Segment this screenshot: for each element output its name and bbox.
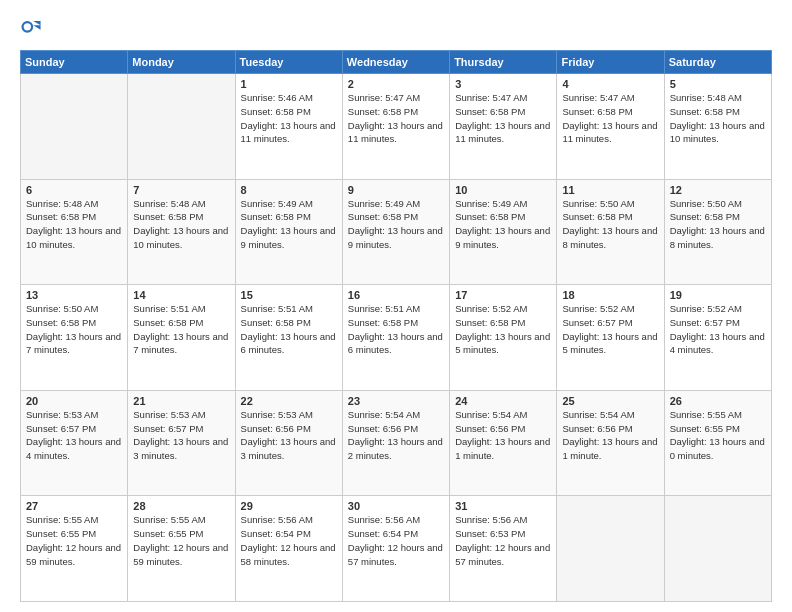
cell-info: Sunrise: 5:56 AMSunset: 6:54 PMDaylight:… <box>241 513 337 568</box>
cell-info: Sunrise: 5:46 AMSunset: 6:58 PMDaylight:… <box>241 91 337 146</box>
day-number: 22 <box>241 395 337 407</box>
page: SundayMondayTuesdayWednesdayThursdayFrid… <box>0 0 792 612</box>
day-header-wednesday: Wednesday <box>342 51 449 74</box>
day-number: 8 <box>241 184 337 196</box>
svg-point-1 <box>24 23 31 30</box>
calendar-cell: 26Sunrise: 5:55 AMSunset: 6:55 PMDayligh… <box>664 390 771 496</box>
day-number: 1 <box>241 78 337 90</box>
calendar-cell: 6Sunrise: 5:48 AMSunset: 6:58 PMDaylight… <box>21 179 128 285</box>
calendar-cell: 1Sunrise: 5:46 AMSunset: 6:58 PMDaylight… <box>235 74 342 180</box>
cell-info: Sunrise: 5:48 AMSunset: 6:58 PMDaylight:… <box>670 91 766 146</box>
cell-info: Sunrise: 5:50 AMSunset: 6:58 PMDaylight:… <box>26 302 122 357</box>
logo-icon <box>20 18 42 40</box>
day-number: 14 <box>133 289 229 301</box>
calendar-cell: 8Sunrise: 5:49 AMSunset: 6:58 PMDaylight… <box>235 179 342 285</box>
day-header-friday: Friday <box>557 51 664 74</box>
calendar: SundayMondayTuesdayWednesdayThursdayFrid… <box>20 50 772 602</box>
day-number: 16 <box>348 289 444 301</box>
week-row-4: 20Sunrise: 5:53 AMSunset: 6:57 PMDayligh… <box>21 390 772 496</box>
cell-info: Sunrise: 5:47 AMSunset: 6:58 PMDaylight:… <box>348 91 444 146</box>
calendar-cell: 12Sunrise: 5:50 AMSunset: 6:58 PMDayligh… <box>664 179 771 285</box>
day-number: 17 <box>455 289 551 301</box>
day-number: 3 <box>455 78 551 90</box>
calendar-cell: 27Sunrise: 5:55 AMSunset: 6:55 PMDayligh… <box>21 496 128 602</box>
day-number: 27 <box>26 500 122 512</box>
cell-info: Sunrise: 5:49 AMSunset: 6:58 PMDaylight:… <box>455 197 551 252</box>
calendar-cell: 9Sunrise: 5:49 AMSunset: 6:58 PMDaylight… <box>342 179 449 285</box>
calendar-cell: 5Sunrise: 5:48 AMSunset: 6:58 PMDaylight… <box>664 74 771 180</box>
day-number: 19 <box>670 289 766 301</box>
week-row-2: 6Sunrise: 5:48 AMSunset: 6:58 PMDaylight… <box>21 179 772 285</box>
day-header-sunday: Sunday <box>21 51 128 74</box>
calendar-cell: 16Sunrise: 5:51 AMSunset: 6:58 PMDayligh… <box>342 285 449 391</box>
day-header-tuesday: Tuesday <box>235 51 342 74</box>
cell-info: Sunrise: 5:53 AMSunset: 6:56 PMDaylight:… <box>241 408 337 463</box>
day-number: 15 <box>241 289 337 301</box>
day-number: 5 <box>670 78 766 90</box>
cell-info: Sunrise: 5:48 AMSunset: 6:58 PMDaylight:… <box>133 197 229 252</box>
calendar-cell: 25Sunrise: 5:54 AMSunset: 6:56 PMDayligh… <box>557 390 664 496</box>
cell-info: Sunrise: 5:47 AMSunset: 6:58 PMDaylight:… <box>455 91 551 146</box>
calendar-cell: 11Sunrise: 5:50 AMSunset: 6:58 PMDayligh… <box>557 179 664 285</box>
day-header-thursday: Thursday <box>450 51 557 74</box>
calendar-cell: 30Sunrise: 5:56 AMSunset: 6:54 PMDayligh… <box>342 496 449 602</box>
cell-info: Sunrise: 5:52 AMSunset: 6:57 PMDaylight:… <box>562 302 658 357</box>
calendar-cell: 15Sunrise: 5:51 AMSunset: 6:58 PMDayligh… <box>235 285 342 391</box>
day-number: 9 <box>348 184 444 196</box>
calendar-cell: 24Sunrise: 5:54 AMSunset: 6:56 PMDayligh… <box>450 390 557 496</box>
day-number: 30 <box>348 500 444 512</box>
calendar-cell: 20Sunrise: 5:53 AMSunset: 6:57 PMDayligh… <box>21 390 128 496</box>
day-number: 21 <box>133 395 229 407</box>
calendar-cell <box>21 74 128 180</box>
cell-info: Sunrise: 5:54 AMSunset: 6:56 PMDaylight:… <box>348 408 444 463</box>
calendar-cell: 2Sunrise: 5:47 AMSunset: 6:58 PMDaylight… <box>342 74 449 180</box>
calendar-cell: 4Sunrise: 5:47 AMSunset: 6:58 PMDaylight… <box>557 74 664 180</box>
cell-info: Sunrise: 5:51 AMSunset: 6:58 PMDaylight:… <box>241 302 337 357</box>
week-row-1: 1Sunrise: 5:46 AMSunset: 6:58 PMDaylight… <box>21 74 772 180</box>
week-row-3: 13Sunrise: 5:50 AMSunset: 6:58 PMDayligh… <box>21 285 772 391</box>
week-row-5: 27Sunrise: 5:55 AMSunset: 6:55 PMDayligh… <box>21 496 772 602</box>
cell-info: Sunrise: 5:49 AMSunset: 6:58 PMDaylight:… <box>348 197 444 252</box>
cell-info: Sunrise: 5:47 AMSunset: 6:58 PMDaylight:… <box>562 91 658 146</box>
cell-info: Sunrise: 5:53 AMSunset: 6:57 PMDaylight:… <box>26 408 122 463</box>
cell-info: Sunrise: 5:48 AMSunset: 6:58 PMDaylight:… <box>26 197 122 252</box>
day-number: 2 <box>348 78 444 90</box>
cell-info: Sunrise: 5:50 AMSunset: 6:58 PMDaylight:… <box>670 197 766 252</box>
calendar-cell: 13Sunrise: 5:50 AMSunset: 6:58 PMDayligh… <box>21 285 128 391</box>
cell-info: Sunrise: 5:51 AMSunset: 6:58 PMDaylight:… <box>348 302 444 357</box>
calendar-cell: 19Sunrise: 5:52 AMSunset: 6:57 PMDayligh… <box>664 285 771 391</box>
svg-marker-2 <box>33 21 40 25</box>
calendar-cell: 28Sunrise: 5:55 AMSunset: 6:55 PMDayligh… <box>128 496 235 602</box>
cell-info: Sunrise: 5:56 AMSunset: 6:54 PMDaylight:… <box>348 513 444 568</box>
cell-info: Sunrise: 5:54 AMSunset: 6:56 PMDaylight:… <box>562 408 658 463</box>
cell-info: Sunrise: 5:52 AMSunset: 6:57 PMDaylight:… <box>670 302 766 357</box>
day-number: 23 <box>348 395 444 407</box>
day-header-monday: Monday <box>128 51 235 74</box>
day-number: 11 <box>562 184 658 196</box>
cell-info: Sunrise: 5:54 AMSunset: 6:56 PMDaylight:… <box>455 408 551 463</box>
day-number: 20 <box>26 395 122 407</box>
cell-info: Sunrise: 5:50 AMSunset: 6:58 PMDaylight:… <box>562 197 658 252</box>
header <box>20 18 772 40</box>
day-number: 13 <box>26 289 122 301</box>
cell-info: Sunrise: 5:55 AMSunset: 6:55 PMDaylight:… <box>670 408 766 463</box>
day-number: 6 <box>26 184 122 196</box>
calendar-cell: 10Sunrise: 5:49 AMSunset: 6:58 PMDayligh… <box>450 179 557 285</box>
calendar-cell <box>557 496 664 602</box>
svg-marker-3 <box>33 25 40 29</box>
day-number: 31 <box>455 500 551 512</box>
calendar-cell: 22Sunrise: 5:53 AMSunset: 6:56 PMDayligh… <box>235 390 342 496</box>
calendar-cell <box>128 74 235 180</box>
day-number: 24 <box>455 395 551 407</box>
cell-info: Sunrise: 5:56 AMSunset: 6:53 PMDaylight:… <box>455 513 551 568</box>
day-number: 10 <box>455 184 551 196</box>
cell-info: Sunrise: 5:55 AMSunset: 6:55 PMDaylight:… <box>26 513 122 568</box>
cell-info: Sunrise: 5:53 AMSunset: 6:57 PMDaylight:… <box>133 408 229 463</box>
day-number: 4 <box>562 78 658 90</box>
day-header-saturday: Saturday <box>664 51 771 74</box>
calendar-cell: 14Sunrise: 5:51 AMSunset: 6:58 PMDayligh… <box>128 285 235 391</box>
logo <box>20 18 46 40</box>
cell-info: Sunrise: 5:49 AMSunset: 6:58 PMDaylight:… <box>241 197 337 252</box>
calendar-cell: 21Sunrise: 5:53 AMSunset: 6:57 PMDayligh… <box>128 390 235 496</box>
cell-info: Sunrise: 5:55 AMSunset: 6:55 PMDaylight:… <box>133 513 229 568</box>
